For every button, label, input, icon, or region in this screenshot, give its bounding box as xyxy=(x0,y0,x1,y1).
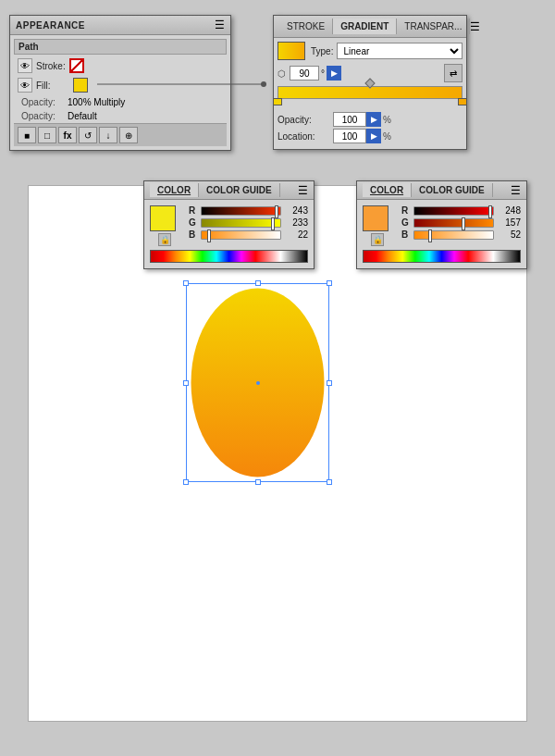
angle-icon: ⬡ xyxy=(278,68,286,79)
gradient-tabs: STROKE GRADIENT TRANSPAR... xyxy=(279,19,470,34)
opacity2-value: Default xyxy=(68,111,97,121)
ellipse-object[interactable] xyxy=(186,283,329,482)
location-row-label: Location: xyxy=(278,131,333,142)
r-value-left: 243 xyxy=(284,205,308,216)
appearance-controls: ☰ xyxy=(215,19,225,31)
opacity-row-label: Opacity: xyxy=(278,115,333,125)
r-thumb-right[interactable] xyxy=(488,205,492,218)
tab-stroke[interactable]: STROKE xyxy=(279,19,333,34)
color-panel-right: COLOR COLOR GUIDE ☰ 🔒 R 248 xyxy=(356,180,527,269)
b-slider-left[interactable] xyxy=(201,230,281,240)
color-spectrum-left[interactable] xyxy=(150,250,308,263)
r-label-right: R xyxy=(401,205,411,216)
g-slider-left[interactable] xyxy=(201,218,281,228)
fill-swatch[interactable] xyxy=(73,78,88,93)
r-value-right: 248 xyxy=(497,205,521,216)
tab-guide-right[interactable]: COLOR GUIDE xyxy=(412,183,493,197)
angle-step-btn[interactable]: ▶ xyxy=(327,66,341,81)
color-body-right: 🔒 R 248 G 157 xyxy=(357,200,526,268)
color-big-swatch-left[interactable] xyxy=(150,205,176,231)
angle-input[interactable]: 90 xyxy=(290,66,319,81)
color-spectrum-right[interactable] xyxy=(363,250,521,263)
tab-color-left[interactable]: COLOR xyxy=(150,183,199,197)
color-panel-left-header[interactable]: COLOR COLOR GUIDE ☰ xyxy=(144,181,314,200)
new-stroke-button[interactable]: □ xyxy=(38,127,56,143)
handle-bottom-left[interactable] xyxy=(183,479,189,485)
tab-color-right[interactable]: COLOR xyxy=(363,183,412,197)
opacity-row: Opacity: 100 ▶ % xyxy=(278,112,462,127)
handle-bottom-right[interactable] xyxy=(327,479,332,485)
gradient-panel-header[interactable]: STROKE GRADIENT TRANSPAR... ☰ xyxy=(274,16,466,38)
g-slider-right[interactable] xyxy=(413,218,494,228)
r-slider-left[interactable] xyxy=(201,206,281,216)
b-value-left: 22 xyxy=(284,229,308,240)
opacity1-row: Opacity: 100% Multiply xyxy=(14,95,227,109)
b-thumb-left[interactable] xyxy=(207,229,211,242)
stroke-label: Stroke: xyxy=(36,61,69,71)
fill-connector xyxy=(97,83,282,85)
g-slider-row-right: G 157 xyxy=(401,217,521,228)
opacity2-label: Opacity: xyxy=(21,111,68,121)
reverse-gradient-btn[interactable]: ⇄ xyxy=(444,64,462,82)
color-sliders-left: R 243 G 233 B xyxy=(189,205,308,242)
tab-gradient[interactable]: GRADIENT xyxy=(333,19,397,34)
path-label: Path xyxy=(18,42,39,52)
color-panel-right-header[interactable]: COLOR COLOR GUIDE ☰ xyxy=(357,181,526,200)
color-left-menu-icon[interactable]: ☰ xyxy=(298,184,308,197)
new-item-button[interactable]: ■ xyxy=(18,127,36,143)
g-label-right: G xyxy=(401,217,411,228)
handle-mid-left[interactable] xyxy=(183,380,189,386)
color-tabs-right: COLOR COLOR GUIDE xyxy=(363,183,493,197)
tab-transparency[interactable]: TRANSPAR... xyxy=(397,19,470,34)
gradient-body: Type: Linear Radial ⬡ 90 ° ▶ ⇄ xyxy=(274,38,466,149)
type-row: Type: Linear Radial xyxy=(278,42,462,60)
location-input[interactable]: 100 xyxy=(333,129,366,143)
tab-guide-left[interactable]: COLOR GUIDE xyxy=(199,183,280,197)
gradient-stop-right[interactable] xyxy=(458,98,467,105)
fx-button[interactable]: fx xyxy=(58,127,77,143)
color-sliders-right: R 248 G 157 B xyxy=(401,205,521,242)
gradient-preview-swatch[interactable] xyxy=(278,42,305,60)
center-point xyxy=(256,381,260,385)
panel-menu-icon[interactable]: ☰ xyxy=(215,19,225,31)
g-value-left: 233 xyxy=(284,217,308,228)
svg-point-2 xyxy=(261,81,266,87)
opacity-step-btn[interactable]: ▶ xyxy=(366,112,381,127)
color-right-menu-icon[interactable]: ☰ xyxy=(511,184,521,197)
color-tabs-left: COLOR COLOR GUIDE xyxy=(150,183,280,197)
location-step-btn[interactable]: ▶ xyxy=(366,129,381,143)
gradient-stop-left[interactable] xyxy=(273,98,282,105)
stroke-visibility-toggle[interactable]: 👁 xyxy=(18,58,32,73)
g-thumb-right[interactable] xyxy=(462,217,465,230)
r-slider-right[interactable] xyxy=(413,206,494,216)
fill-row: 👁 Fill: xyxy=(14,76,227,94)
appearance-toolbar: ■ □ fx ↺ ↓ ⊕ xyxy=(14,123,227,146)
handle-top-center[interactable] xyxy=(255,280,261,286)
add-button[interactable]: ⊕ xyxy=(119,127,138,143)
handle-top-right[interactable] xyxy=(327,280,332,286)
color-main-row-right: 🔒 R 248 G 157 xyxy=(363,205,521,246)
opacity-input[interactable]: 100 xyxy=(333,112,366,127)
type-select[interactable]: Linear Radial xyxy=(337,43,462,59)
appearance-body: Path 👁 Stroke: 👁 Fill: Opacity: 100% Mul… xyxy=(10,35,230,150)
handle-mid-right[interactable] xyxy=(327,380,332,386)
expand-button[interactable]: ↓ xyxy=(99,127,117,143)
gradient-menu-icon[interactable]: ☰ xyxy=(470,20,484,33)
clear-button[interactable]: ↺ xyxy=(79,127,97,143)
color-big-swatch-right[interactable] xyxy=(363,205,388,231)
g-value-right: 157 xyxy=(497,217,521,228)
appearance-panel: APPEARANCE ☰ Path 👁 Stroke: 👁 Fill: xyxy=(9,15,231,151)
fill-label: Fill: xyxy=(36,81,69,91)
b-thumb-right[interactable] xyxy=(428,229,432,242)
stroke-swatch[interactable] xyxy=(69,58,84,73)
g-thumb-left[interactable] xyxy=(271,217,275,230)
r-thumb-left[interactable] xyxy=(275,205,278,218)
handle-bottom-center[interactable] xyxy=(255,479,261,485)
fill-visibility-toggle[interactable]: 👁 xyxy=(18,78,32,93)
location-pct: % xyxy=(383,131,391,142)
appearance-panel-header[interactable]: APPEARANCE ☰ xyxy=(10,16,230,35)
handle-top-left[interactable] xyxy=(183,280,189,286)
lock-icon-left[interactable]: 🔒 xyxy=(158,233,171,246)
lock-icon-right[interactable]: 🔒 xyxy=(371,233,384,246)
b-slider-right[interactable] xyxy=(413,230,494,240)
